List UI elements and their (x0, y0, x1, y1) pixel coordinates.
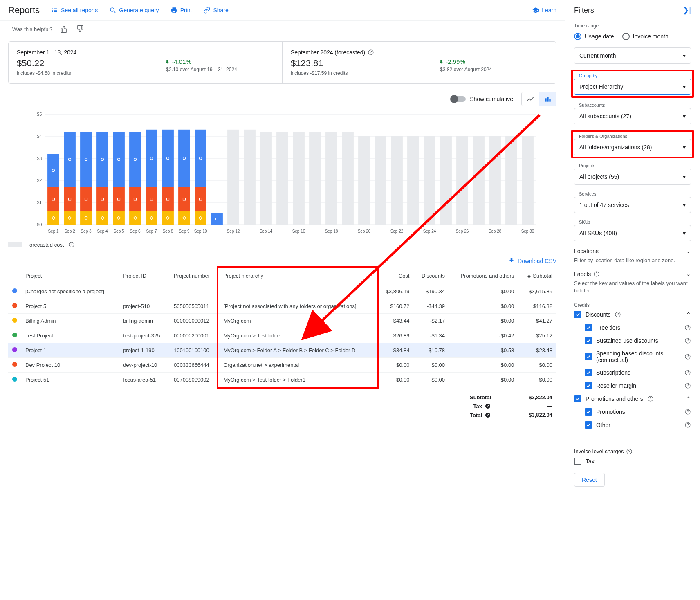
download-icon (508, 257, 515, 265)
cell-subtotal: $0.00 (518, 358, 556, 373)
cell-subtotal: $41.27 (518, 314, 556, 328)
chevron-down-icon: ▾ (683, 202, 686, 208)
help-icon[interactable]: ? (485, 403, 491, 409)
filters-panel: Filters ❯| Time range Usage date Invoice… (565, 0, 700, 499)
svg-text:Sep 3: Sep 3 (81, 229, 92, 234)
help-icon[interactable] (684, 353, 691, 360)
usage-date-radio[interactable]: Usage date (574, 33, 614, 40)
help-icon[interactable] (647, 396, 654, 402)
help-icon[interactable] (626, 448, 633, 455)
help-icon[interactable]: ? (485, 412, 491, 418)
reseller-checkbox[interactable]: Reseller margin (585, 379, 691, 392)
cell-hierarchy (219, 284, 378, 299)
help-icon[interactable] (684, 324, 691, 331)
time-range-select[interactable]: Current month▾ (574, 47, 691, 64)
print-link[interactable]: Print (171, 7, 192, 14)
subaccounts-select[interactable]: All subaccounts (27)▾ (574, 108, 691, 124)
summary-card-forecast: September 2024 (forecasted) $123.81 incl… (282, 42, 556, 83)
reset-button[interactable]: Reset (574, 473, 605, 487)
totals-block: Subtotal$3,822.04 Tax? — Total? $3,822.0… (8, 387, 556, 425)
th-project-number[interactable]: Project number (170, 268, 219, 284)
svg-rect-85 (489, 136, 501, 225)
sustained-checkbox[interactable]: Sustained use discounts (585, 334, 691, 347)
helpful-row: Was this helpful? (0, 21, 565, 41)
th-cost[interactable]: Cost (378, 268, 413, 284)
help-icon[interactable] (615, 311, 621, 318)
learn-link[interactable]: Learn (532, 7, 556, 14)
table-row[interactable]: Test Project test-project-325 0000002000… (8, 328, 556, 343)
help-icon[interactable] (684, 422, 691, 428)
cell-discounts: $0.00 (413, 373, 449, 387)
cell-discounts: -$2.17 (413, 314, 449, 328)
cell-subtotal: $25.12 (518, 328, 556, 343)
table-row[interactable]: [Charges not specific to a project] — $3… (8, 284, 556, 299)
table-row[interactable]: Dev Project 10 dev-project-10 0003336664… (8, 358, 556, 373)
promotions-sub-checkbox[interactable]: Promotions (585, 405, 691, 418)
svg-text:Sep 22: Sep 22 (390, 229, 404, 234)
svg-rect-75 (325, 132, 337, 225)
subscriptions-checkbox[interactable]: Subscriptions (585, 366, 691, 379)
cell-project-id: billing-admin (119, 314, 170, 328)
cell-hierarchy: Organization.net > experimental (219, 358, 378, 373)
arrow-down-sort-icon (527, 274, 532, 279)
table-row[interactable]: Project 51 focus-area-51 007008009002 My… (8, 373, 556, 387)
th-promotions[interactable]: Promotions and others (449, 268, 518, 284)
help-icon[interactable] (684, 337, 691, 344)
toggle-icon (451, 96, 466, 102)
svg-rect-30 (80, 132, 92, 187)
forecast-swatch (8, 242, 22, 247)
table-row[interactable]: Project 1 project-1-190 100100100100 MyO… (8, 343, 556, 358)
show-cumulative-toggle[interactable]: Show cumulative (451, 96, 513, 102)
group-by-select[interactable]: Project Hierarchy▾ (574, 79, 691, 95)
promotions-checkbox[interactable]: Promotions and others ⌃ (574, 392, 691, 405)
projects-select[interactable]: All projects (55)▾ (574, 169, 691, 185)
th-project[interactable]: Project (21, 268, 119, 284)
help-icon[interactable] (684, 369, 691, 376)
help-icon[interactable] (68, 241, 75, 248)
skus-select[interactable]: All SKUs (408)▾ (574, 225, 691, 241)
help-icon[interactable] (593, 271, 600, 277)
table-row[interactable]: Project 5 project-510 505050505011 [Proj… (8, 299, 556, 314)
other-checkbox[interactable]: Other (585, 418, 691, 431)
thumb-up-icon[interactable] (60, 25, 68, 33)
see-all-reports-link[interactable]: See all reports (51, 7, 98, 14)
help-icon[interactable] (684, 409, 691, 415)
collapse-panel-icon[interactable]: ❯| (683, 6, 691, 15)
table-row[interactable]: Billing Admin billing-admin 000000000012… (8, 314, 556, 328)
generate-query-link[interactable]: Generate query (109, 7, 159, 14)
spending-checkbox[interactable]: Spending based discounts (contractual) (585, 347, 691, 366)
th-hierarchy[interactable]: Project hierarchy (219, 268, 378, 284)
line-chart-button[interactable] (522, 92, 539, 106)
labels-section[interactable]: Labels ⌄ (574, 271, 691, 277)
folders-select[interactable]: All folders/organizations (28)▾ (574, 139, 691, 155)
invoice-month-radio[interactable]: Invoice month (622, 33, 669, 40)
discounts-checkbox[interactable]: Discounts ⌃ (574, 308, 691, 321)
thumb-down-icon[interactable] (76, 25, 84, 33)
svg-text:Sep 1: Sep 1 (48, 229, 59, 234)
time-range-label: Time range (574, 23, 691, 29)
svg-rect-80 (407, 136, 419, 225)
cell-project-number: 100100100100 (170, 343, 219, 358)
help-icon[interactable] (684, 382, 691, 389)
cell-project: Project 51 (21, 373, 119, 387)
summary-amount: $123.81 (291, 58, 422, 69)
services-select[interactable]: 1 out of 47 services▾ (574, 197, 691, 213)
cell-cost: $3,806.19 (378, 284, 413, 299)
svg-text:Sep 8: Sep 8 (162, 229, 173, 234)
tax-checkbox[interactable]: Tax (574, 455, 691, 468)
th-discounts[interactable]: Discounts (413, 268, 449, 284)
chevron-down-icon: ▾ (683, 230, 686, 236)
download-csv-link[interactable]: Download CSV (508, 257, 556, 265)
share-link[interactable]: Share (203, 7, 228, 14)
help-icon[interactable] (368, 49, 374, 56)
th-subtotal[interactable]: Subtotal (518, 268, 556, 284)
svg-rect-40 (113, 132, 125, 187)
locations-section[interactable]: Locations⌄ (574, 248, 691, 254)
free-tiers-checkbox[interactable]: Free tiers (585, 321, 691, 334)
cell-project-id: project-510 (119, 299, 170, 314)
svg-rect-81 (424, 136, 435, 225)
bar-chart-button[interactable] (539, 92, 556, 106)
svg-rect-60 (178, 130, 190, 187)
svg-text:Sep 7: Sep 7 (146, 229, 157, 234)
th-project-id[interactable]: Project ID (119, 268, 170, 284)
